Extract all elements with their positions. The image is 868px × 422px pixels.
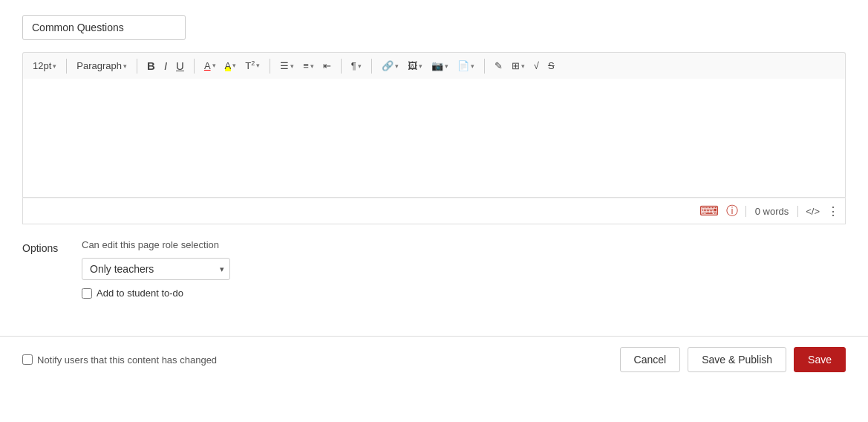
student-todo-row: Add to student to-do	[82, 288, 230, 299]
table-button[interactable]: ⊞ ▾	[508, 58, 529, 74]
code-button[interactable]: </>	[806, 206, 820, 217]
toolbar-sep-3	[194, 59, 195, 74]
list-button[interactable]: ≡ ▾	[299, 58, 318, 74]
font-size-button[interactable]: 12pt ▾	[29, 58, 60, 74]
italic-button[interactable]: I	[160, 57, 171, 74]
save-publish-button[interactable]: Save & Publish	[688, 347, 786, 372]
superscript-chevron: ▾	[256, 62, 260, 69]
student-todo-checkbox[interactable]	[82, 288, 92, 299]
role-description: Can edit this page role selection	[82, 239, 230, 250]
bold-button[interactable]: B	[143, 57, 159, 74]
options-label: Options	[22, 239, 67, 254]
editor-content-area[interactable]	[22, 79, 846, 198]
direction-button[interactable]: ¶ ▾	[347, 58, 365, 74]
align-chevron: ▾	[290, 62, 294, 70]
save-button[interactable]: Save	[794, 347, 846, 372]
strikethrough-button[interactable]: S	[544, 58, 558, 74]
superscript-button[interactable]: T2 ▾	[241, 57, 264, 74]
link-button[interactable]: 🔗 ▾	[378, 58, 402, 74]
list-chevron: ▾	[310, 62, 314, 70]
link-chevron: ▾	[395, 62, 399, 70]
toolbar-sep-7	[484, 59, 485, 74]
table-chevron: ▾	[521, 62, 525, 70]
font-color-button[interactable]: A ▾	[200, 58, 220, 74]
keyboard-icon[interactable]: ⌨	[699, 203, 719, 219]
more-options-button[interactable]: ⋮	[827, 204, 839, 218]
word-count: 0 words	[745, 206, 799, 217]
footer-buttons: Cancel Save & Publish Save	[620, 347, 846, 372]
toolbar-sep-2	[137, 59, 137, 74]
outdent-button[interactable]: ⇤	[319, 58, 335, 74]
paragraph-style-button[interactable]: Paragraph ▾	[73, 58, 131, 74]
editor-toolbar: 12pt ▾ Paragraph ▾ B I U	[22, 52, 846, 79]
image-chevron: ▾	[419, 62, 422, 70]
options-content: Can edit this page role selection Only t…	[82, 239, 230, 299]
toolbar-sep-1	[66, 59, 67, 74]
file-button[interactable]: 📄 ▾	[454, 58, 478, 74]
paragraph-chevron: ▾	[123, 62, 127, 70]
editor-bottom-bar: ⌨ ⓘ 0 words </> ⋮	[22, 198, 846, 224]
notify-users-checkbox[interactable]	[22, 354, 33, 365]
notify-users-label[interactable]: Notify users that this content has chang…	[37, 354, 217, 366]
page-title-input[interactable]	[22, 15, 186, 40]
font-size-chevron: ▾	[53, 62, 56, 70]
direction-chevron: ▾	[358, 62, 362, 70]
student-todo-label[interactable]: Add to student to-do	[97, 288, 183, 299]
media-button[interactable]: 📷 ▾	[428, 58, 452, 74]
cancel-button[interactable]: Cancel	[620, 347, 681, 372]
highlight-chevron: ▾	[232, 62, 236, 69]
toolbar-sep-5	[341, 59, 342, 74]
file-chevron: ▾	[471, 62, 474, 70]
eraser-button[interactable]: ✎	[491, 58, 506, 74]
toolbar-sep-6	[371, 59, 372, 74]
options-section: Options Can edit this page role selectio…	[22, 239, 846, 306]
toolbar-sep-4	[270, 59, 270, 74]
accessibility-icon[interactable]: ⓘ	[726, 204, 738, 219]
notify-row: Notify users that this content has chang…	[22, 354, 217, 366]
font-color-chevron: ▾	[212, 62, 216, 69]
underline-button[interactable]: U	[172, 57, 188, 74]
media-chevron: ▾	[445, 62, 448, 70]
highlight-button[interactable]: A ▾	[221, 58, 241, 74]
page-footer: Notify users that this content has chang…	[0, 336, 868, 383]
sqrt-button[interactable]: √	[530, 58, 543, 74]
role-select-wrapper: Only teachers All users Teachers and adm…	[82, 258, 230, 280]
image-button[interactable]: 🖼 ▾	[404, 58, 426, 74]
align-button[interactable]: ☰ ▾	[276, 58, 298, 74]
role-select[interactable]: Only teachers All users Teachers and adm…	[82, 258, 230, 280]
